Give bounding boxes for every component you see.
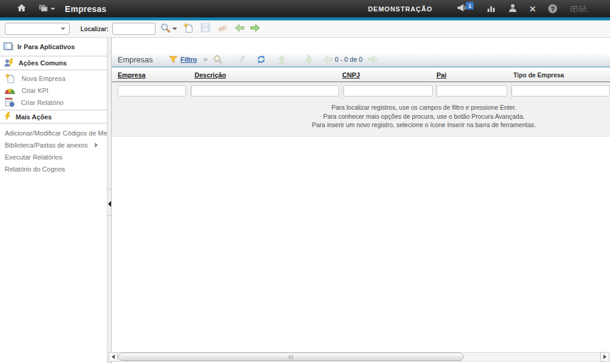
profile-button[interactable]	[509, 4, 517, 14]
results-panel: Empresas Filtro >	[112, 38, 610, 363]
edit-pencil-icon	[237, 55, 246, 64]
scroll-right-button[interactable]	[600, 352, 609, 362]
column-header-empresa[interactable]: Empresa	[118, 71, 145, 79]
sidebar-item-label: Ir Para Aplicativos	[17, 43, 75, 50]
sign-out-button[interactable]: ✕	[529, 4, 536, 14]
sidebar-item-relatorio-cognos[interactable]: Relatório do Cognos	[0, 163, 107, 175]
help-icon: ?	[548, 4, 557, 13]
new-document-icon	[5, 73, 15, 85]
help-button[interactable]: ?	[548, 4, 557, 13]
advanced-search-button[interactable]	[213, 55, 223, 64]
filter-input-cnpj[interactable]	[343, 85, 433, 97]
sidebar-section-common-actions[interactable]: Ações Comuns	[0, 56, 107, 70]
prev-page-button	[323, 55, 333, 64]
horizontal-scrollbar	[109, 352, 609, 362]
help-line: Para localizar registros, use os campos …	[238, 103, 610, 112]
back-button[interactable]	[234, 23, 245, 35]
announcements-button[interactable]: 1	[456, 4, 475, 14]
column-header-descricao[interactable]: Descrição	[195, 71, 226, 79]
chevron-down-icon	[172, 28, 177, 30]
divider-grip	[107, 215, 111, 216]
record-range: 0 - 0 de 0	[334, 56, 362, 63]
ibm-logo: IBM.	[569, 4, 598, 14]
sidebar-item-label: Nova Empresa	[22, 75, 65, 82]
column-header-pai[interactable]: Pai	[436, 71, 447, 79]
scroll-left-button[interactable]	[109, 352, 118, 362]
sidebar-item-go-to-apps[interactable]: Ir Para Aplicativos	[0, 38, 107, 56]
submenu-arrow-icon	[95, 143, 98, 148]
results-header: Empresas Filtro >	[112, 53, 610, 67]
sidebar-item-label: Relatório do Cognos	[5, 166, 65, 173]
bar-chart-icon	[487, 4, 497, 14]
record-selector-combo[interactable]	[5, 23, 70, 35]
environment-label: DEMONSTRAÇÃO	[368, 5, 432, 13]
lightning-icon	[4, 112, 11, 122]
scrollbar-thumb[interactable]	[118, 353, 464, 361]
sidebar-item-label: Criar Relatório	[21, 99, 64, 106]
divider-grip	[107, 189, 111, 189]
triangle-right-icon	[603, 354, 606, 359]
magnifier-icon	[160, 23, 171, 35]
sidebar-item-nova-empresa[interactable]: Nova Empresa	[0, 73, 107, 85]
application-window-icon	[3, 42, 14, 52]
scrollbar-grip-icon	[289, 355, 294, 359]
chevron-down-icon	[50, 8, 55, 10]
filter-input-pai[interactable]	[436, 85, 507, 97]
empty-results-help: Para localizar registros, use os campos …	[112, 100, 610, 137]
refresh-button[interactable]	[256, 55, 266, 64]
sidebar: Ir Para Aplicativos Ações Comuns Nova Em…	[0, 38, 107, 363]
open-windows-menu-button[interactable]	[38, 4, 55, 14]
column-separator	[435, 82, 436, 100]
chevron-right: >	[204, 56, 207, 63]
filter-row	[112, 82, 610, 100]
sidebar-item-label: Adicionar/Modificar Códigos de Merc...	[5, 130, 118, 137]
sidebar-item-executar-relatorios[interactable]: Executar Relatórios	[0, 151, 107, 163]
svg-text:IBM.: IBM.	[570, 4, 589, 14]
sidebar-item-label: Biblioteca/Pastas de anexos	[5, 142, 88, 149]
arrow-left-icon	[234, 23, 245, 35]
sidebar-section-label: Ações Comuns	[19, 59, 67, 67]
filter-funnel-icon[interactable]	[169, 56, 178, 63]
clear-button	[217, 23, 228, 35]
next-page-button	[368, 55, 378, 64]
move-up-button	[277, 55, 286, 64]
sidebar-item-label: Executar Relatórios	[5, 154, 62, 161]
filter-input-descricao[interactable]	[191, 85, 339, 97]
filter-link[interactable]: Filtro	[181, 56, 198, 63]
forward-button[interactable]	[250, 23, 261, 35]
sidebar-item-criar-relatorio[interactable]: Criar Relatório	[0, 97, 107, 109]
notification-badge: 1	[466, 2, 474, 10]
home-button[interactable]	[17, 4, 26, 14]
move-down-button	[304, 55, 313, 64]
new-record-button[interactable]	[183, 23, 193, 35]
top-bar: Empresas DEMONSTRAÇÃO 1 ✕ ?	[0, 0, 610, 17]
help-line: Para inserir um novo registro, selecione…	[238, 121, 610, 130]
arrow-right-icon	[250, 23, 261, 35]
save-button	[201, 23, 210, 35]
close-icon: ✕	[529, 4, 536, 14]
record-toolbar: Localizar:	[0, 20, 610, 38]
home-icon	[17, 4, 26, 14]
window-title: Empresas	[65, 4, 106, 14]
scrollbar-track[interactable]	[118, 352, 600, 362]
column-separator	[342, 82, 342, 100]
localizar-input[interactable]	[112, 23, 156, 35]
eraser-icon	[217, 23, 228, 35]
collapse-left-icon	[108, 201, 111, 207]
sidebar-item-biblioteca-pastas-anexos[interactable]: Biblioteca/Pastas de anexos	[0, 139, 107, 151]
sidebar-section-label: Mais Ações	[16, 113, 52, 121]
search-button[interactable]	[160, 23, 177, 35]
filter-input-empresa[interactable]	[118, 85, 186, 97]
person-icon	[509, 4, 517, 14]
sidebar-collapse-handle[interactable]	[107, 38, 112, 363]
chevron-down-icon	[61, 28, 65, 30]
column-header-cnpj[interactable]: CNPJ	[342, 71, 360, 79]
filter-input-tipo-de-empresa[interactable]	[512, 85, 610, 97]
sidebar-item-criar-kpi[interactable]: Criar KPI	[0, 85, 107, 97]
report-icon	[5, 97, 14, 108]
sidebar-section-more-actions[interactable]: Mais Ações	[0, 110, 107, 124]
results-table-header: Empresa Descrição CNPJ Pai Tipo de Empre…	[112, 67, 610, 82]
reports-button[interactable]	[487, 4, 497, 14]
sidebar-item-adicionar-modificar-codigos[interactable]: Adicionar/Modificar Códigos de Merc...	[0, 127, 107, 139]
panel-title: Empresas	[118, 55, 153, 64]
